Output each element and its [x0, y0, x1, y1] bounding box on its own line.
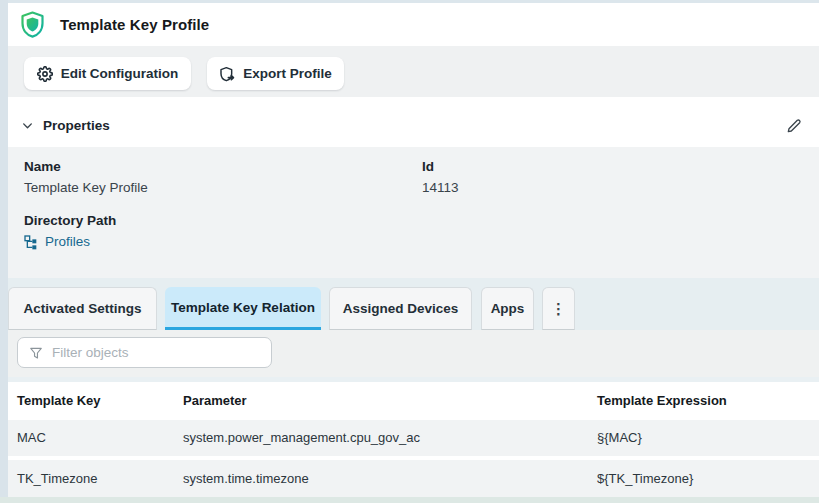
- page-title: Template Key Profile: [60, 16, 209, 33]
- hierarchy-tree-icon: [23, 234, 39, 250]
- action-toolbar: Edit Configuration Export Profile: [8, 46, 819, 97]
- table-row[interactable]: MAC system.power_management.cpu_gov_ac §…: [8, 420, 819, 456]
- cell-template-key: TK_Timezone: [8, 460, 174, 497]
- filter-section: [8, 330, 819, 377]
- gear-icon: [37, 66, 53, 82]
- tab-label: Assigned Devices: [343, 301, 459, 316]
- filter-objects-input[interactable]: [52, 345, 252, 360]
- export-profile-button[interactable]: Export Profile: [207, 57, 344, 90]
- id-label: Id: [422, 157, 434, 177]
- window-header: Template Key Profile: [8, 3, 819, 46]
- cell-parameter: system.time.timezone: [174, 460, 588, 497]
- template-key-profile-page: Template Key Profile Edit Configuration …: [0, 0, 819, 503]
- tab-bar: Activated Settings Template Key Relation…: [8, 287, 575, 330]
- directory-path-link-label: Profiles: [45, 232, 90, 252]
- name-label: Name: [24, 157, 61, 177]
- tab-apps[interactable]: Apps: [481, 287, 534, 330]
- chevron-down-icon: [21, 119, 34, 132]
- pencil-icon: [786, 118, 802, 134]
- funnel-icon: [29, 346, 43, 360]
- shield-export-icon: [219, 66, 235, 82]
- column-header-template-expression: Template Expression: [588, 382, 819, 420]
- table-header-row: Template Key Parameter Template Expressi…: [8, 382, 819, 420]
- export-profile-label: Export Profile: [243, 66, 332, 81]
- cell-template-expression: §{MAC}: [588, 420, 819, 456]
- more-tabs-button[interactable]: ⋮: [542, 287, 575, 330]
- properties-section-header: Properties: [8, 104, 819, 147]
- cell-template-key: MAC: [8, 420, 174, 456]
- directory-path-label: Directory Path: [24, 211, 116, 231]
- tab-assigned-devices[interactable]: Assigned Devices: [329, 287, 472, 330]
- column-header-parameter: Parameter: [174, 382, 588, 420]
- tab-label: Apps: [491, 301, 525, 316]
- properties-section-title: Properties: [43, 118, 110, 133]
- directory-path-link[interactable]: Profiles: [23, 232, 90, 252]
- edit-configuration-label: Edit Configuration: [61, 66, 179, 81]
- cell-parameter: system.power_management.cpu_gov_ac: [174, 420, 588, 456]
- filter-field-container: [17, 337, 272, 368]
- edit-properties-button[interactable]: [779, 111, 809, 141]
- properties-collapse-toggle[interactable]: Properties: [21, 118, 110, 133]
- page-background-edge: [0, 0, 8, 503]
- id-value: 14113: [422, 178, 459, 198]
- tab-label: Template Key Relation: [171, 300, 315, 315]
- cell-template-expression: ${TK_Timezone}: [588, 460, 819, 497]
- tab-template-key-relation[interactable]: Template Key Relation: [165, 287, 321, 330]
- edit-configuration-button[interactable]: Edit Configuration: [24, 57, 191, 90]
- tab-activated-settings[interactable]: Activated Settings: [8, 287, 157, 330]
- column-header-template-key: Template Key: [8, 382, 174, 420]
- table-row[interactable]: TK_Timezone system.time.timezone ${TK_Ti…: [8, 460, 819, 497]
- next-row-edge: [0, 497, 819, 503]
- more-vertical-icon: ⋮: [551, 300, 566, 318]
- tab-label: Activated Settings: [24, 301, 142, 316]
- shield-logo-icon: [20, 11, 45, 38]
- properties-section-body: Name Template Key Profile Id 14113 Direc…: [8, 147, 819, 278]
- name-value: Template Key Profile: [24, 178, 148, 198]
